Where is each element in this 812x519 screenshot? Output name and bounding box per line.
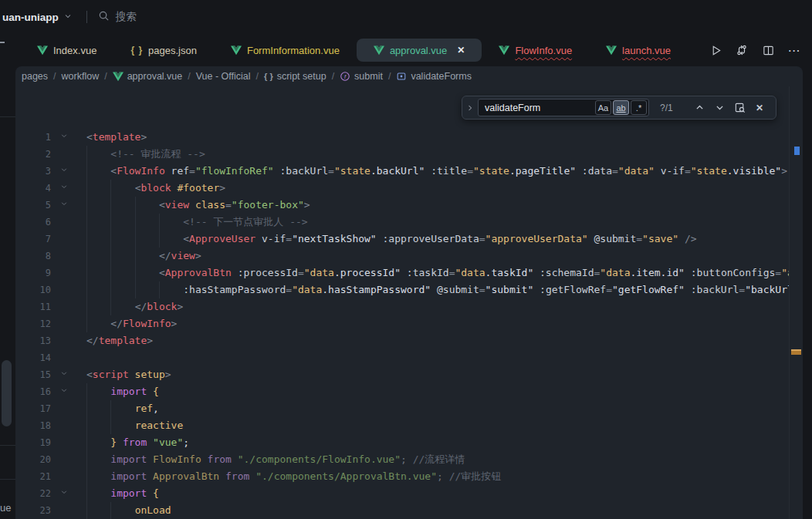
code-token: > — [304, 199, 310, 211]
code-line[interactable]: 15<script setup> — [15, 366, 789, 383]
tab-strip: Index.vue{ }pages.jsonFormInformation.vu… — [15, 34, 812, 66]
code-line[interactable]: 9 <ApprovalBtn :processId="data.processI… — [15, 265, 789, 281]
indent-guide — [86, 451, 87, 468]
regex-button[interactable]: .* — [631, 100, 647, 115]
code-line[interactable]: 16 import { — [15, 383, 789, 400]
code-token: ApprovalBtn — [147, 470, 219, 482]
code-token: script — [93, 369, 129, 380]
whole-word-button[interactable]: ab — [613, 100, 629, 115]
indent-guide — [110, 248, 111, 265]
fold-chevron-icon[interactable] — [51, 197, 77, 214]
find-widget: Aa ab .* ?/1 ✕ — [462, 96, 776, 120]
code-token: > — [147, 335, 153, 346]
code-token: "flowInfoRef" — [195, 165, 274, 177]
breadcrumb-item-pages[interactable]: pages — [22, 71, 48, 82]
code-line[interactable]: 5 <view class="footer-box"> — [15, 197, 789, 214]
more-actions-button[interactable]: ⋯ — [787, 43, 801, 57]
open-changes-button[interactable] — [735, 43, 749, 57]
global-search[interactable]: 搜索 — [98, 10, 137, 24]
code-line[interactable]: 11 </block> — [15, 298, 789, 315]
fold-chevron-icon[interactable] — [51, 129, 77, 146]
find-results-count: ?/1 — [660, 103, 680, 113]
gutter: 6 — [15, 214, 86, 231]
run-button[interactable] — [709, 43, 722, 57]
code-token: "submit" — [486, 284, 534, 295]
breadcrumb-item-validateforms[interactable]: validateForms — [396, 71, 472, 82]
next-match-icon[interactable] — [711, 99, 728, 116]
breadcrumb-item-approval-vue[interactable]: approval.vue — [113, 71, 183, 82]
sidebar-scrollbar-thumb[interactable] — [2, 360, 12, 426]
code-line[interactable]: 2 <!-- 审批流程 --> — [15, 146, 789, 163]
code-token: < — [183, 233, 189, 244]
sidebar-divider — [0, 479, 15, 480]
code-token: ; — [437, 470, 443, 482]
split-editor-button[interactable] — [761, 43, 775, 57]
code-line[interactable]: 4 <block #footer> — [15, 180, 789, 197]
tab-approval-vue[interactable]: approval.vue✕ — [357, 39, 482, 62]
code-token: = — [479, 284, 486, 295]
match-case-button[interactable]: Aa — [595, 100, 611, 115]
fold-chevron-icon[interactable] — [51, 366, 77, 383]
code-token: "save" — [642, 233, 678, 244]
code-line[interactable]: 18 reactive — [15, 417, 789, 434]
breadcrumb-item-submit[interactable]: fsubmit — [340, 71, 383, 82]
line-content: <block #footer> — [86, 180, 789, 197]
code-token: .processId" — [334, 267, 401, 278]
fold-chevron-icon[interactable] — [51, 180, 77, 197]
code-line[interactable]: 10 :hasStampPassword="data.hasStampPassw… — [15, 281, 789, 298]
fold-chevron-icon[interactable] — [51, 163, 77, 180]
line-number: 11 — [15, 298, 51, 315]
find-in-selection-icon[interactable] — [731, 99, 748, 116]
indent-guide — [86, 383, 87, 400]
code-line[interactable]: 1<template> — [15, 129, 789, 146]
code-line[interactable]: 22 import { — [15, 485, 789, 502]
code-line[interactable]: 3 <FlowInfo ref="flowInfoRef" :backUrl="… — [15, 163, 789, 180]
code-line[interactable]: 12 </FlowInfo> — [15, 315, 789, 332]
toggle-replace-icon[interactable] — [462, 103, 478, 113]
close-tab-icon[interactable]: ✕ — [457, 45, 465, 56]
chevron-down-icon — [63, 12, 73, 23]
code-token: = — [286, 233, 292, 244]
code-line[interactable]: 17 ref, — [15, 400, 789, 417]
breadcrumb-item-vue-official[interactable]: Vue - Official — [196, 71, 251, 82]
code-token: > — [171, 318, 178, 329]
code-token: = — [612, 165, 618, 177]
tab-pages-json[interactable]: { }pages.json — [113, 39, 214, 62]
breadcrumb-item-workflow[interactable]: workflow — [62, 71, 100, 82]
code-line[interactable]: 7 <ApproveUser v-if="nextTaskShow" :appr… — [15, 231, 789, 248]
indent-guide — [86, 502, 87, 519]
tab-launch-vue[interactable]: launch.vue — [589, 39, 688, 62]
code-token: = — [225, 199, 232, 211]
code-token: "approveUserData" — [486, 233, 588, 244]
code-line[interactable]: 13</template> — [15, 332, 789, 349]
code-token: :getFlowRef — [533, 284, 606, 295]
overview-ruler[interactable] — [789, 86, 803, 519]
code-line[interactable]: 23 onLoad — [15, 502, 789, 519]
close-find-icon[interactable]: ✕ — [751, 99, 768, 116]
fold-chevron-icon[interactable] — [51, 383, 77, 400]
code-editor[interactable]: 1<template>2 <!-- 审批流程 -->3 <FlowInfo re… — [15, 86, 789, 519]
line-number: 16 — [15, 383, 51, 400]
code-line[interactable]: 14 — [15, 349, 789, 366]
find-input[interactable] — [485, 103, 594, 113]
gutter: 18 — [15, 417, 86, 434]
tab-label: launch.vue — [622, 45, 671, 56]
indent-guide — [135, 248, 136, 265]
tab-flowinfo-vue[interactable]: FlowInfo.vue — [482, 39, 589, 62]
code-token: onLoad — [135, 504, 171, 516]
gutter: 2 — [15, 146, 86, 163]
fold-chevron-icon[interactable] — [51, 485, 77, 502]
code-line[interactable]: 6 <!-- 下一节点审批人 --> — [15, 214, 789, 231]
previous-match-icon[interactable] — [691, 99, 708, 116]
code-token: { — [147, 386, 159, 397]
project-switcher[interactable]: uan-uniapp — [2, 12, 73, 23]
code-line[interactable]: 19 } from "vue"; — [15, 434, 789, 451]
tab-forminformation-vue[interactable]: FormInformation.vue — [214, 39, 357, 62]
code-line[interactable]: 20 import FlowInfo from "./components/Fl… — [15, 451, 789, 468]
code-line[interactable]: 21 import ApprovalBtn from "./components… — [15, 468, 789, 485]
tab-index-vue[interactable]: Index.vue — [20, 39, 113, 62]
sidebar-item-fragment[interactable]: ue — [0, 502, 11, 514]
line-content: <view class="footer-box"> — [86, 197, 789, 214]
code-line[interactable]: 8 </view> — [15, 248, 789, 265]
breadcrumb-item-script-setup[interactable]: { }script setup — [264, 71, 326, 82]
